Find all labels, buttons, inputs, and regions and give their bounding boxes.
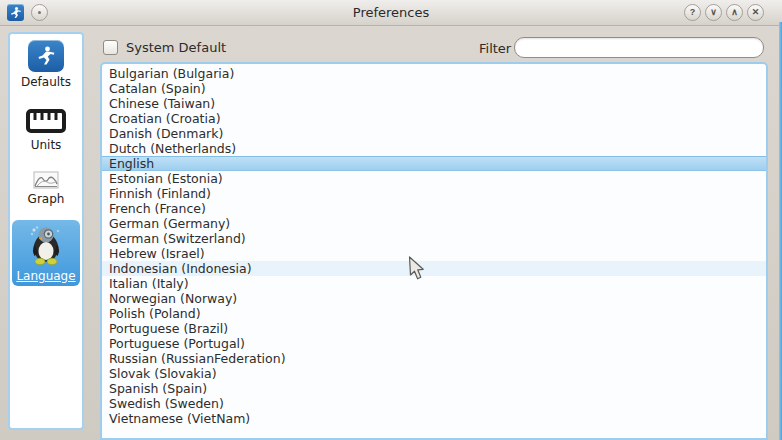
sidebar-item-label: Language [16,269,75,283]
sidebar-item-label: Graph [28,192,65,206]
language-list-item[interactable]: Bulgarian (Bulgaria) [102,66,766,81]
language-list-item[interactable]: Finnish (Finland) [102,186,766,201]
filter-label: Filter [479,41,511,56]
sidebar-item-units[interactable]: Units [12,103,80,155]
system-default-row: System Default [103,40,226,55]
language-list-item[interactable]: Portuguese (Brazil) [102,321,766,336]
language-list-item[interactable]: Slovak (Slovakia) [102,366,766,381]
sidebar-item-graph[interactable]: Graph [12,167,80,209]
language-list-item[interactable]: Spanish (Spain) [102,381,766,396]
window-title: Preferences [0,0,782,25]
language-list-item[interactable]: Swedish (Sweden) [102,396,766,411]
filter-input[interactable] [514,37,764,58]
language-list-item[interactable]: English [102,156,766,171]
preferences-window: { "window": { "title": "Preferences", "t… [0,0,782,440]
language-list-item[interactable]: Polish (Poland) [102,306,766,321]
sidebar-item-label: Defaults [21,75,71,89]
language-list-item[interactable]: Italian (Italy) [102,276,766,291]
language-list-item[interactable]: Dutch (Netherlands) [102,141,766,156]
shade-up-button[interactable]: ∧ [726,4,743,21]
close-button[interactable]: ✕ [747,4,764,21]
system-default-checkbox[interactable] [103,40,118,55]
language-list-item[interactable]: Estonian (Estonia) [102,171,766,186]
tux-penguin-icon [25,224,67,266]
language-list-item[interactable]: Portuguese (Portugal) [102,336,766,351]
language-list-item[interactable]: Danish (Denmark) [102,126,766,141]
language-list-item[interactable]: Russian (RussianFederation) [102,351,766,366]
language-list-item[interactable]: Hebrew (Israel) [102,246,766,261]
system-default-label[interactable]: System Default [126,40,226,55]
help-button[interactable]: ? [684,4,701,21]
language-list-item[interactable]: Croatian (Croatia) [102,111,766,126]
language-list-item[interactable]: Chinese (Taiwan) [102,96,766,111]
titlebar: Preferences ? ∨ ∧ ✕ [0,0,782,26]
shade-down-button[interactable]: ∨ [705,4,722,21]
ruler-icon [25,107,67,135]
dive-profile-graph-icon [33,171,59,189]
language-list-item[interactable]: Norwegian (Norway) [102,291,766,306]
language-list-item[interactable]: Indonesian (Indonesia) [102,261,766,276]
language-list[interactable]: Bulgarian (Bulgaria)Catalan (Spain)Chine… [100,62,768,440]
sidebar-item-language[interactable]: Language [12,220,80,286]
language-list-item[interactable]: German (Switzerland) [102,231,766,246]
language-list-item[interactable]: Catalan (Spain) [102,81,766,96]
sidebar-item-label: Units [31,138,62,152]
diver-icon [28,40,64,72]
sidebar: Defaults Units Graph [8,32,84,430]
sidebar-item-defaults[interactable]: Defaults [12,36,80,92]
language-list-item[interactable]: French (France) [102,201,766,216]
language-list-item[interactable]: German (Germany) [102,216,766,231]
language-list-item[interactable]: Vietnamese (VietNam) [102,411,766,426]
